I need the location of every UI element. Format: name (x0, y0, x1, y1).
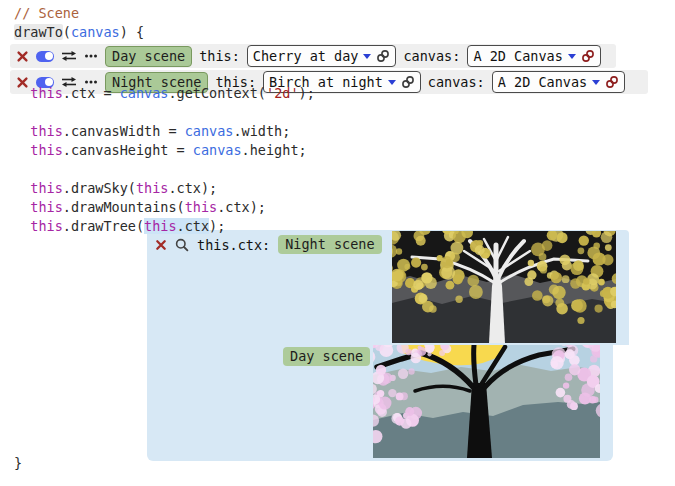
code-block-top: // ScenedrawTo(canvas) { (14, 4, 144, 42)
canvas-value-dropdown[interactable]: A 2D Canvas (467, 45, 600, 67)
link-icon[interactable] (376, 49, 390, 63)
probe-result-badge-night: Night scene (278, 235, 381, 254)
probe-expression: this.ctx: (197, 237, 270, 253)
code-block-closing: } (14, 454, 22, 473)
canvas-param-label: canvas: (428, 74, 485, 90)
caret-down-icon (388, 80, 396, 85)
caret-down-icon (568, 54, 576, 59)
probe-panel-day: Day scene (147, 345, 613, 461)
probe-result-badge-day: Day scene (283, 347, 370, 366)
close-icon[interactable] (16, 50, 29, 63)
canvas-value-dropdown[interactable]: A 2D Canvas (492, 71, 625, 93)
toggle-on-icon[interactable] (36, 51, 54, 62)
toggle-knob (45, 52, 53, 60)
caret-down-icon (363, 54, 371, 59)
link-icon[interactable] (401, 75, 415, 89)
example-name-badge[interactable]: Day scene (105, 46, 192, 67)
search-icon[interactable] (175, 238, 189, 252)
canvas-param-label: canvas: (403, 48, 460, 64)
link-icon[interactable] (581, 49, 595, 63)
link-icon[interactable] (605, 75, 619, 89)
more-options-icon[interactable] (84, 53, 98, 59)
night-scene-canvas (392, 231, 616, 343)
caret-down-icon (592, 80, 600, 85)
code-block-body: this.ctx = canvas.getContext('2d'); this… (14, 84, 315, 236)
day-scene-canvas (373, 345, 600, 458)
swap-arrows-icon[interactable] (61, 50, 77, 62)
example-row-day: Day scene this: Cherry at day canvas: A … (10, 44, 616, 68)
close-icon[interactable] (155, 239, 167, 251)
this-value-dropdown[interactable]: Cherry at day (247, 45, 397, 67)
canvas-value-text: A 2D Canvas (498, 74, 587, 90)
live-code-editor: // ScenedrawTo(canvas) { Day scene this:… (0, 0, 675, 486)
this-param-label: this: (199, 48, 240, 64)
canvas-value-text: A 2D Canvas (473, 48, 562, 64)
this-value-text: Cherry at day (253, 48, 359, 64)
probe-panel-night: this.ctx: Night scene (147, 230, 629, 345)
